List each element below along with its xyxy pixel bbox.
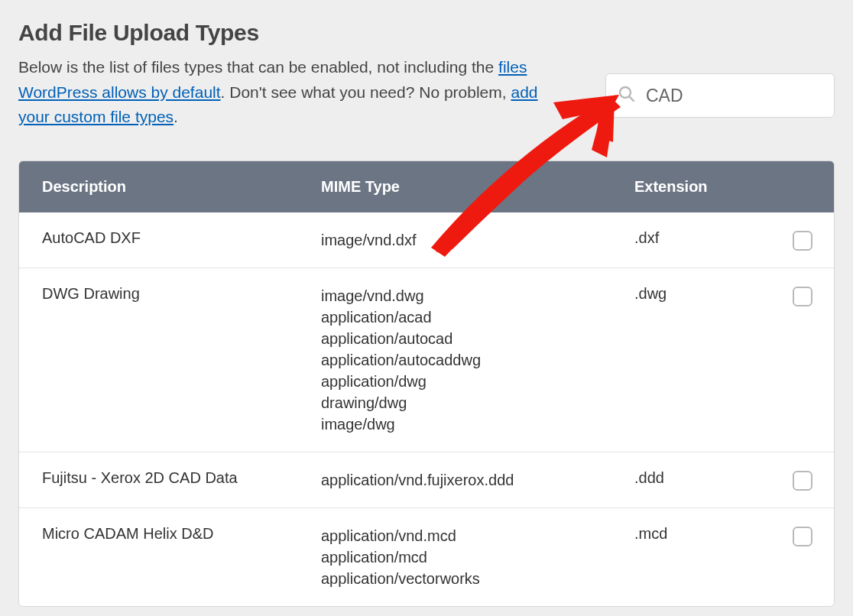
- mime-value: application/vnd.mcd: [321, 525, 634, 546]
- page-title: Add File Upload Types: [18, 20, 553, 46]
- mime-value: image/dwg: [321, 413, 634, 435]
- intro-text-1: Below is the list of files types that ca…: [18, 58, 498, 76]
- cell-description: AutoCAD DXF: [19, 229, 321, 247]
- cell-extension: .dxf: [634, 229, 772, 247]
- table-row: Fujitsu - Xerox 2D CAD Dataapplication/v…: [19, 452, 834, 507]
- cell-extension: .mcd: [634, 525, 772, 543]
- file-types-table: Description MIME Type Extension AutoCAD …: [18, 160, 835, 607]
- cell-description: Micro CADAM Helix D&D: [19, 525, 321, 543]
- mime-value: drawing/dwg: [321, 392, 634, 413]
- enable-checkbox[interactable]: [793, 471, 812, 491]
- cell-mime: image/vnd.dwgapplication/acadapplication…: [321, 285, 634, 435]
- cell-mime: image/vnd.dxf: [321, 229, 634, 251]
- enable-checkbox[interactable]: [793, 231, 812, 251]
- cell-extension: .dwg: [634, 285, 772, 303]
- cell-description: Fujitsu - Xerox 2D CAD Data: [19, 469, 321, 487]
- cell-mime: application/vnd.mcdapplication/mcdapplic…: [321, 525, 634, 589]
- intro-text-2: . Don't see what you need? No problem,: [221, 83, 511, 101]
- mime-value: application/acad: [321, 306, 634, 328]
- th-description: Description: [19, 178, 321, 196]
- intro-paragraph: Below is the list of files types that ca…: [18, 55, 553, 130]
- table-row: AutoCAD DXFimage/vnd.dxf.dxf: [19, 212, 834, 267]
- cell-extension: .ddd: [634, 469, 772, 487]
- mime-value: image/vnd.dwg: [321, 285, 634, 306]
- search-input[interactable]: [605, 73, 835, 118]
- table-row: Micro CADAM Helix D&Dapplication/vnd.mcd…: [19, 507, 834, 606]
- enable-checkbox[interactable]: [793, 527, 812, 546]
- table-header-row: Description MIME Type Extension: [19, 161, 834, 212]
- intro-text-3: .: [174, 108, 178, 125]
- mime-value: application/vectorworks: [321, 568, 634, 589]
- mime-value: application/mcd: [321, 546, 634, 568]
- mime-value: application/dwg: [321, 371, 634, 392]
- th-extension: Extension: [634, 178, 772, 196]
- mime-value: application/vnd.fujixerox.ddd: [321, 469, 634, 491]
- cell-description: DWG Drawing: [19, 285, 321, 303]
- enable-checkbox[interactable]: [793, 287, 812, 306]
- table-row: DWG Drawingimage/vnd.dwgapplication/acad…: [19, 267, 834, 452]
- mime-value: image/vnd.dxf: [321, 229, 634, 251]
- mime-value: application/autocad: [321, 328, 634, 349]
- mime-value: application/autocaddwg: [321, 349, 634, 371]
- cell-mime: application/vnd.fujixerox.ddd: [321, 469, 634, 491]
- th-mime-type: MIME Type: [321, 178, 634, 196]
